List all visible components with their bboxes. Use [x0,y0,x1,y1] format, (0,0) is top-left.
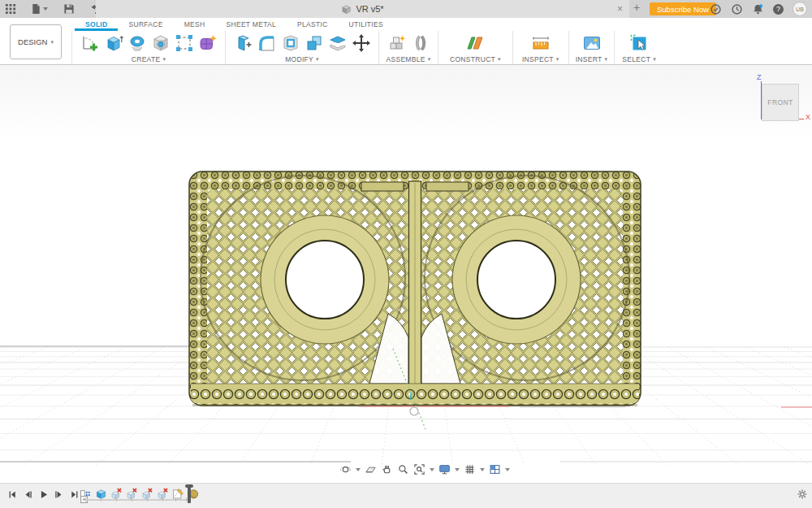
create-sketch-icon[interactable] [78,33,102,54]
orbit-chevron-icon[interactable] [356,468,361,471]
notifications-bell-icon[interactable] [752,2,764,16]
navigation-toolbar [339,462,511,477]
group-insert: INSERT▾ [569,31,615,64]
top-slot-left [361,182,404,191]
clock-icon[interactable] [731,2,743,16]
move-copy-icon[interactable] [349,33,373,54]
z-axis-label: Z [757,73,762,81]
pan-icon[interactable] [380,462,394,476]
document-title: VR v5* [356,4,383,14]
grid-chevron-icon[interactable] [480,468,485,471]
ribbon-toolbar: DESIGN ▾ SOLID SURFACE MESH SHEET METAL … [0,18,812,65]
group-construct: CONSTRUCT▾ [438,31,513,64]
new-component-icon[interactable] [385,33,408,54]
grid-and-snaps-icon[interactable] [463,462,477,476]
chevron-down-icon: ▾ [50,39,54,46]
close-tab-icon[interactable]: × [617,2,623,16]
top-slot-right [426,182,469,191]
avatar[interactable]: UB [793,2,807,16]
right-lens-hole [477,241,555,319]
group-select: SELECT▾ [615,31,663,64]
design-menu-button[interactable]: DESIGN ▾ [10,24,62,59]
shell-icon[interactable] [279,33,302,54]
tab-solid[interactable]: SOLID [75,18,118,31]
insert-menu[interactable]: INSERT▾ [576,54,608,64]
viewports-chevron-icon[interactable] [505,468,510,471]
vr-headset-model[interactable] [188,170,641,408]
extrude-icon[interactable] [102,33,125,54]
bottom-bead-row [191,384,639,403]
create-form-icon[interactable] [196,33,219,54]
joint-icon[interactable] [408,33,432,54]
rectangular-pattern-icon[interactable] [172,33,196,54]
zoom-chevron-icon[interactable] [430,468,434,471]
title-bar: VR v5* × + Subscribe Now ? UB [0,0,812,18]
measure-icon[interactable] [529,33,552,54]
step-back-icon[interactable] [22,489,33,500]
tab-utilities[interactable]: UTILITIES [339,18,394,31]
combine-icon[interactable] [302,33,326,54]
ribbon-tabs: SOLID SURFACE MESH SHEET METAL PLASTIC U… [75,18,394,31]
go-to-end-icon[interactable] [68,489,80,500]
document-cube-icon [341,4,352,15]
display-settings-icon[interactable] [438,462,451,476]
file-menu-icon[interactable] [30,2,48,16]
step-forward-icon[interactable] [53,489,64,500]
split-body-icon[interactable] [326,33,349,54]
preferences-gear-icon[interactable] [796,488,809,501]
window-zoom-icon[interactable] [412,462,426,476]
zoom-icon[interactable] [396,462,410,476]
view-cube-front-face[interactable]: FRONT [762,84,799,121]
group-assemble: ASSEMBLE▾ [379,31,438,64]
create-menu[interactable]: CREATE▾ [132,54,166,64]
tab-sheet-metal[interactable]: SHEET METAL [216,18,287,31]
timeline-playback-controls [6,489,80,500]
insert-image-icon[interactable] [580,33,603,54]
orbit-icon[interactable] [339,462,352,476]
job-status-icon[interactable] [710,2,722,16]
fusion360-window: VR v5* × + Subscribe Now ? UB DESIGN ▾ S… [0,0,812,508]
press-pull-icon[interactable] [231,33,255,54]
group-modify: MODIFY▾ [226,31,379,64]
group-create: CREATE▾ [71,31,226,64]
revolve-icon[interactable] [125,33,149,54]
hole-icon[interactable] [149,33,172,54]
select-menu[interactable]: SELECT▾ [622,54,656,64]
inspect-menu[interactable]: INSPECT▾ [522,54,559,64]
assemble-menu[interactable]: ASSEMBLE▾ [386,54,430,64]
tab-plastic[interactable]: PLASTIC [287,18,339,31]
group-inspect: INSPECT▾ [513,31,569,64]
viewports-icon[interactable] [488,462,502,476]
x-axis-label: X [806,113,810,121]
go-to-start-icon[interactable] [6,489,18,500]
select-icon[interactable] [628,33,651,54]
modify-menu[interactable]: MODIFY▾ [285,54,319,64]
help-icon[interactable]: ? [773,4,784,15]
app-grid-icon[interactable] [5,2,16,16]
timeline-bar: + [0,483,812,508]
view-cube[interactable]: FRONT Z X [752,70,812,128]
left-lens-hole [286,241,364,319]
look-at-icon[interactable] [364,462,378,476]
fillet-icon[interactable] [255,33,279,54]
save-icon[interactable] [63,2,75,16]
display-chevron-icon[interactable] [455,468,460,471]
construct-menu[interactable]: CONSTRUCT▾ [450,54,501,64]
play-icon[interactable] [37,489,49,500]
construct-plane-icon[interactable] [464,33,487,54]
subscribe-button[interactable]: Subscribe Now [650,2,716,15]
tab-mesh[interactable]: MESH [174,18,216,31]
new-tab-icon[interactable]: + [633,1,640,14]
tab-surface[interactable]: SURFACE [118,18,173,31]
timeline-playhead-handle[interactable] [188,486,191,503]
document-tab[interactable]: VR v5* × [96,0,629,18]
